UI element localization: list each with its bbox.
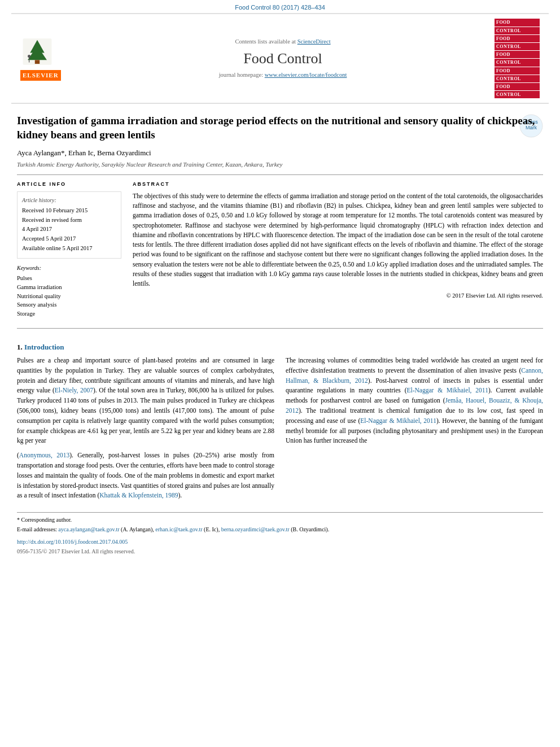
homepage-link[interactable]: www.elsevier.com/locate/foodcont [265, 72, 347, 78]
journal-ref-text: Food Control 80 (2017) 428–434 [235, 4, 325, 11]
keyword-4: Sensory analysis [17, 301, 121, 309]
ref-elnaggar2[interactable]: El-Naggar & Mikhaiel, 2011 [360, 417, 436, 424]
issn-line: 0956-7135/© 2017 Elsevier Ltd. All right… [17, 548, 543, 556]
ref-khattak[interactable]: Khattak & Klopfenstein, 1989 [99, 492, 178, 499]
footnote-section: * Corresponding author. E-mail addresses… [17, 512, 543, 556]
ref-anonymous[interactable]: Anonymous, 2013 [19, 452, 69, 458]
corresponding-note: * Corresponding author. [17, 516, 543, 524]
journal-homepage: journal homepage: www.elsevier.com/locat… [71, 71, 495, 80]
email-label: E-mail addresses: [17, 526, 58, 532]
keywords-label: Keywords: [17, 264, 121, 272]
intro-para-3: The increasing volumes of commodities be… [286, 356, 543, 446]
left-column: ARTICLE INFO Article history: Received 1… [17, 181, 121, 318]
article-title: Investigation of gamma irradiation and s… [17, 114, 543, 142]
svg-point-4 [28, 55, 30, 58]
elsevier-wordmark: ELSEVIER [20, 70, 61, 81]
body-left-col: Pulses are a cheap and important source … [17, 356, 274, 505]
ref-elniely[interactable]: El-Niely, 2007 [55, 387, 93, 394]
abstract-label: ABSTRACT [133, 181, 543, 188]
svg-rect-3 [35, 60, 40, 64]
divider-1 [17, 174, 543, 175]
body-two-col: Pulses are a cheap and important source … [17, 356, 543, 505]
keyword-2: Gamma irradiation [17, 283, 121, 292]
keyword-5: Storage [17, 310, 121, 318]
section-heading: 1. Introduction [17, 342, 543, 352]
introduction-section: 1. Introduction Pulses are a cheap and i… [17, 342, 543, 556]
page: Food Control 80 (2017) 428–434 ELSEVIER … [0, 0, 560, 747]
ref-elnaggar1[interactable]: El-Naggar & Mikhaiel, 2011 [406, 387, 488, 394]
keyword-1: Pulses [17, 274, 121, 283]
received-revised-label: Received in revised form [22, 216, 116, 225]
received-date: Received 10 February 2015 [22, 207, 116, 215]
doi-line: http://dx.doi.org/10.1016/j.foodcont.201… [17, 538, 543, 546]
doi-link[interactable]: http://dx.doi.org/10.1016/j.foodcont.201… [17, 539, 128, 545]
intro-para-1: Pulses are a cheap and important source … [17, 356, 274, 446]
journal-center: Contents lists available at ScienceDirec… [71, 38, 495, 80]
sciencedirect-link[interactable]: ScienceDirect [298, 38, 331, 45]
email-aylangan[interactable]: ayca.aylangan@taek.gov.tr [58, 526, 119, 532]
right-column: ABSTRACT The objectives of this study we… [133, 181, 543, 318]
ref-jemaa[interactable]: Jemâa, Haouel, Bouaziz, & Khouja, 2012 [286, 397, 543, 414]
keyword-3: Nutritional quality [17, 292, 121, 301]
authors: Ayca Aylangan*, Erhan Ic, Berna Ozyardim… [17, 148, 543, 158]
article-container: Investigation of gamma irradiation and s… [0, 114, 560, 556]
keywords-section: Keywords: Pulses Gamma irradiation Nutri… [17, 264, 121, 318]
copyright: © 2017 Elsevier Ltd. All rights reserved… [133, 292, 543, 300]
intro-para-2: (Anonymous, 2013). Generally, post-harve… [17, 451, 274, 501]
ref-cannon[interactable]: Cannon, Hallman, & Blackburn, 2012 [286, 367, 543, 384]
article-info-abstract: ARTICLE INFO Article history: Received 1… [17, 181, 543, 318]
accepted-date: Accepted 5 April 2017 [22, 235, 116, 243]
revised-date: 4 April 2017 [22, 225, 116, 234]
journal-header: ELSEVIER Contents lists available at Sci… [11, 13, 549, 104]
sciencedirect-line: Contents lists available at ScienceDirec… [71, 38, 495, 46]
email-berna[interactable]: berna.ozyardimci@taek.gov.tr [221, 526, 290, 532]
cover-lines: FOOD CONTROL FOOD CONTROL FOOD CONTROL F… [495, 19, 540, 98]
available-date: Available online 5 April 2017 [22, 244, 116, 253]
history-label: Article history: [22, 196, 116, 204]
affiliation: Turkish Atomic Energy Authority, Saraykö… [17, 160, 543, 169]
abstract-text: The objectives of this study were to det… [133, 191, 543, 289]
elsevier-logo: ELSEVIER [20, 36, 71, 81]
email-line: E-mail addresses: ayca.aylangan@taek.gov… [17, 526, 543, 534]
article-info-box: Article history: Received 10 February 20… [17, 191, 121, 259]
body-right-col: The increasing volumes of commodities be… [286, 356, 543, 505]
journal-cover-image: FOOD CONTROL FOOD CONTROL FOOD CONTROL F… [495, 19, 540, 98]
journal-title: Food Control [71, 49, 495, 69]
journal-reference-bar: Food Control 80 (2017) 428–434 [0, 0, 560, 13]
article-info-label: ARTICLE INFO [17, 181, 121, 188]
email-erhan[interactable]: erhan.ic@taek.gov.tr [155, 526, 202, 532]
section-title: Introduction [24, 343, 64, 351]
divider-2 [17, 328, 543, 329]
